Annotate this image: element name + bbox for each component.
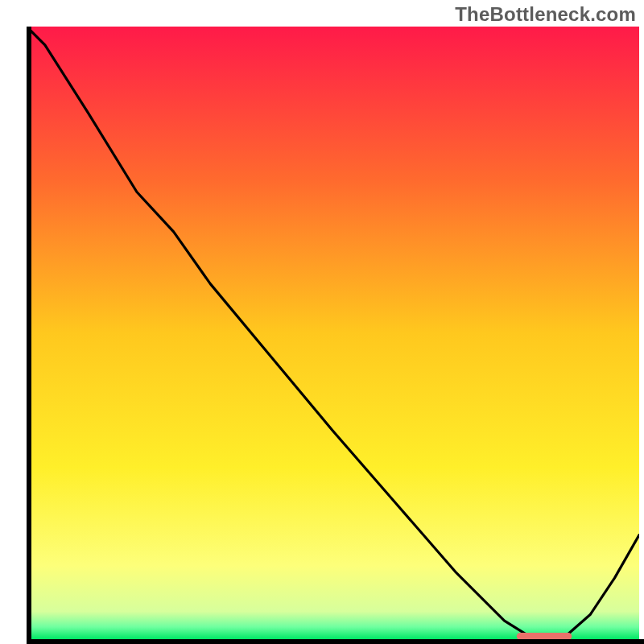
optimal-marker [517,633,572,639]
chart-svg [27,27,639,639]
plot-area [27,27,639,639]
axis-left [27,27,31,644]
chart-frame: TheBottleneck.com [0,0,644,644]
watermark-text: TheBottleneck.com [455,3,636,26]
axis-bottom [27,639,644,644]
gradient-rect [27,27,639,639]
